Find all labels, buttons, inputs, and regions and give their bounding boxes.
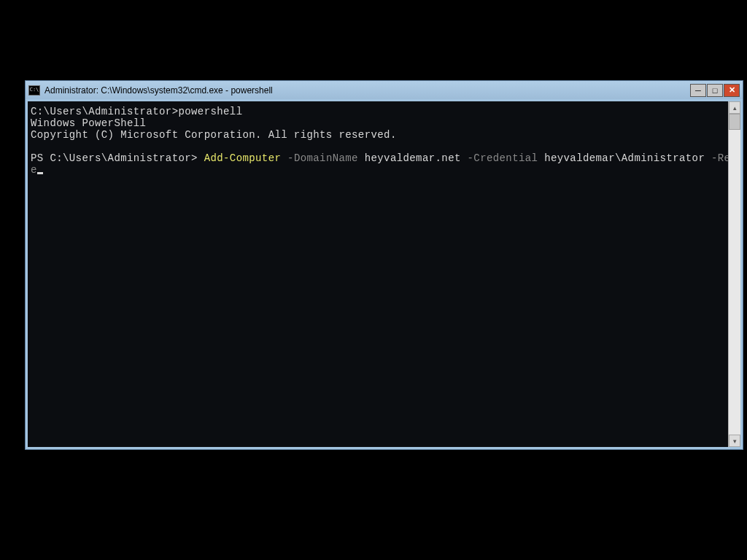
param-value: heyvaldemar.net xyxy=(358,152,468,164)
vertical-scrollbar[interactable]: ▴ ▾ xyxy=(728,101,740,447)
maximize-button[interactable]: □ xyxy=(707,84,723,97)
powershell-window: C:\ Administrator: C:\Windows\system32\c… xyxy=(25,80,743,450)
cmdlet-name: Add-Computer xyxy=(204,152,282,164)
ps-prompt: PS C:\Users\Administrator> xyxy=(31,152,204,164)
cursor xyxy=(37,172,43,174)
cmd-icon: C:\ xyxy=(28,85,40,96)
terminal-output[interactable]: C:\Users\Administrator>powershell Window… xyxy=(28,101,728,447)
terminal-line: Copyright (C) Microsoft Corporation. All… xyxy=(31,129,397,141)
cmd-prompt: C:\Users\Administrator> xyxy=(31,106,178,117)
param-value: heyvaldemar\Administrator xyxy=(538,152,711,164)
scroll-down-button[interactable]: ▾ xyxy=(729,435,740,447)
sep xyxy=(281,152,287,164)
param-credential: -Credential xyxy=(468,152,538,164)
minimize-button[interactable]: ─ xyxy=(690,84,706,97)
param-force-wrap: e xyxy=(31,164,37,176)
param-restart: -Restart xyxy=(711,152,728,164)
window-controls: ─ □ ✕ xyxy=(690,84,740,97)
scroll-track[interactable] xyxy=(729,130,740,435)
window-body: C:\Users\Administrator>powershell Window… xyxy=(26,99,743,449)
scroll-thumb[interactable] xyxy=(729,114,740,130)
scroll-up-button[interactable]: ▴ xyxy=(729,101,740,114)
close-button[interactable]: ✕ xyxy=(724,84,740,97)
terminal-line: Windows PowerShell xyxy=(31,117,146,129)
cmd-input: powershell xyxy=(178,106,242,117)
param-domainname: -DomainName xyxy=(287,152,358,164)
titlebar[interactable]: C:\ Administrator: C:\Windows\system32\c… xyxy=(26,81,743,99)
window-title: Administrator: C:\Windows\system32\cmd.e… xyxy=(44,85,690,96)
